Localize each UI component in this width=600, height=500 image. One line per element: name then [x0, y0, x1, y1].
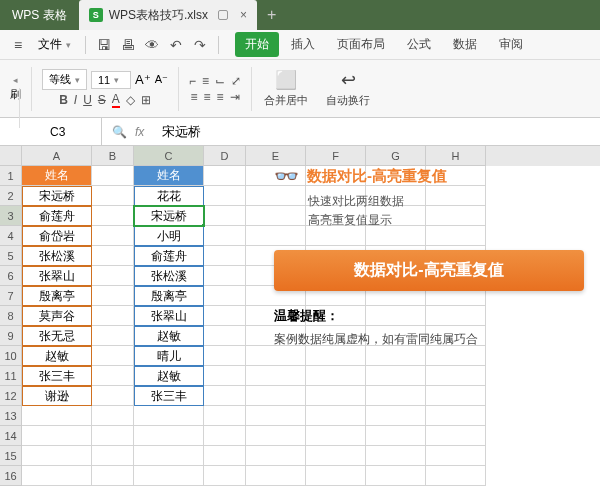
- cell-C6[interactable]: 张松溪: [134, 266, 204, 286]
- cell-B6[interactable]: [92, 266, 134, 286]
- col-head-G[interactable]: G: [366, 146, 426, 166]
- cell-D4[interactable]: [204, 226, 246, 246]
- cell-G14[interactable]: [366, 426, 426, 446]
- cell-B3[interactable]: [92, 206, 134, 226]
- save-icon[interactable]: 🖫: [94, 35, 114, 55]
- cell-E15[interactable]: [246, 446, 306, 466]
- document-tab[interactable]: S WPS表格技巧.xlsx ×: [79, 0, 257, 30]
- cell-F13[interactable]: [306, 406, 366, 426]
- cell-C12[interactable]: 张三丰: [134, 386, 204, 406]
- cell-H14[interactable]: [426, 426, 486, 446]
- select-all-corner[interactable]: [0, 146, 22, 166]
- cell-E11[interactable]: [246, 366, 306, 386]
- cell-A2[interactable]: 宋远桥: [22, 186, 92, 206]
- row-head-1[interactable]: 1: [0, 166, 22, 186]
- border-button[interactable]: ⊞: [141, 93, 151, 107]
- formula-input[interactable]: 宋远桥: [154, 123, 600, 141]
- cell-D10[interactable]: [204, 346, 246, 366]
- cell-B16[interactable]: [92, 466, 134, 486]
- row-head-11[interactable]: 11: [0, 366, 22, 386]
- cell-H13[interactable]: [426, 406, 486, 426]
- cell-D15[interactable]: [204, 446, 246, 466]
- row-head-5[interactable]: 5: [0, 246, 22, 266]
- strike-button[interactable]: S: [98, 93, 106, 107]
- cell-D1[interactable]: [204, 166, 246, 186]
- cell-B8[interactable]: [92, 306, 134, 326]
- cell-G15[interactable]: [366, 446, 426, 466]
- row-head-7[interactable]: 7: [0, 286, 22, 306]
- cell-C2[interactable]: 花花: [134, 186, 204, 206]
- row-head-8[interactable]: 8: [0, 306, 22, 326]
- cell-B4[interactable]: [92, 226, 134, 246]
- file-menu[interactable]: 文件▾: [32, 36, 77, 53]
- cell-C11[interactable]: 赵敏: [134, 366, 204, 386]
- cell-A13[interactable]: [22, 406, 92, 426]
- cell-H16[interactable]: [426, 466, 486, 486]
- cell-G12[interactable]: [366, 386, 426, 406]
- cell-B5[interactable]: [92, 246, 134, 266]
- cell-D5[interactable]: [204, 246, 246, 266]
- new-tab-button[interactable]: +: [257, 6, 286, 24]
- underline-button[interactable]: U: [83, 93, 92, 107]
- name-box[interactable]: C3: [42, 118, 102, 145]
- cell-H12[interactable]: [426, 386, 486, 406]
- cell-C13[interactable]: [134, 406, 204, 426]
- col-head-E[interactable]: E: [246, 146, 306, 166]
- cell-G11[interactable]: [366, 366, 426, 386]
- menu-tab-4[interactable]: 数据: [443, 32, 487, 57]
- col-head-H[interactable]: H: [426, 146, 486, 166]
- cell-C14[interactable]: [134, 426, 204, 446]
- cell-C15[interactable]: [134, 446, 204, 466]
- highlight-duplicates-button[interactable]: 数据对比-高亮重复值: [274, 250, 584, 291]
- row-head-15[interactable]: 15: [0, 446, 22, 466]
- cell-C4[interactable]: 小明: [134, 226, 204, 246]
- close-icon[interactable]: ×: [240, 8, 247, 22]
- cell-D13[interactable]: [204, 406, 246, 426]
- align-mid-icon[interactable]: ≡: [202, 74, 209, 88]
- menu-tab-1[interactable]: 插入: [281, 32, 325, 57]
- row-head-12[interactable]: 12: [0, 386, 22, 406]
- align-left-icon[interactable]: ≡: [191, 90, 198, 104]
- row-head-14[interactable]: 14: [0, 426, 22, 446]
- cell-G13[interactable]: [366, 406, 426, 426]
- cell-C10[interactable]: 晴儿: [134, 346, 204, 366]
- row-head-13[interactable]: 13: [0, 406, 22, 426]
- cell-E12[interactable]: [246, 386, 306, 406]
- undo-icon[interactable]: ↶: [166, 35, 186, 55]
- cell-B11[interactable]: [92, 366, 134, 386]
- cell-C16[interactable]: [134, 466, 204, 486]
- menu-tab-2[interactable]: 页面布局: [327, 32, 395, 57]
- cell-A7[interactable]: 殷离亭: [22, 286, 92, 306]
- row-head-10[interactable]: 10: [0, 346, 22, 366]
- font-select[interactable]: 等线▾: [42, 69, 87, 90]
- cell-C7[interactable]: 殷离亭: [134, 286, 204, 306]
- cell-A11[interactable]: 张三丰: [22, 366, 92, 386]
- cell-A5[interactable]: 张松溪: [22, 246, 92, 266]
- fill-color-button[interactable]: ◇: [126, 93, 135, 107]
- cell-A12[interactable]: 谢逊: [22, 386, 92, 406]
- cell-B1[interactable]: [92, 166, 134, 186]
- cell-F15[interactable]: [306, 446, 366, 466]
- font-color-button[interactable]: A: [112, 92, 120, 108]
- cell-F11[interactable]: [306, 366, 366, 386]
- cell-A14[interactable]: [22, 426, 92, 446]
- cell-B13[interactable]: [92, 406, 134, 426]
- cell-A3[interactable]: 俞莲舟: [22, 206, 92, 226]
- menu-tab-0[interactable]: 开始: [235, 32, 279, 57]
- col-head-B[interactable]: B: [92, 146, 134, 166]
- orient-icon[interactable]: ⤢: [231, 74, 241, 88]
- cell-G16[interactable]: [366, 466, 426, 486]
- search-icon[interactable]: 🔍: [112, 125, 127, 139]
- align-top-icon[interactable]: ⌐: [189, 74, 196, 88]
- cell-D12[interactable]: [204, 386, 246, 406]
- cell-E13[interactable]: [246, 406, 306, 426]
- cell-B14[interactable]: [92, 426, 134, 446]
- cell-A4[interactable]: 俞岱岩: [22, 226, 92, 246]
- cell-A8[interactable]: 莫声谷: [22, 306, 92, 326]
- cell-F14[interactable]: [306, 426, 366, 446]
- menu-tab-5[interactable]: 审阅: [489, 32, 533, 57]
- cell-A16[interactable]: [22, 466, 92, 486]
- cell-B2[interactable]: [92, 186, 134, 206]
- cell-C1[interactable]: 姓名: [134, 166, 204, 186]
- italic-button[interactable]: I: [74, 93, 77, 107]
